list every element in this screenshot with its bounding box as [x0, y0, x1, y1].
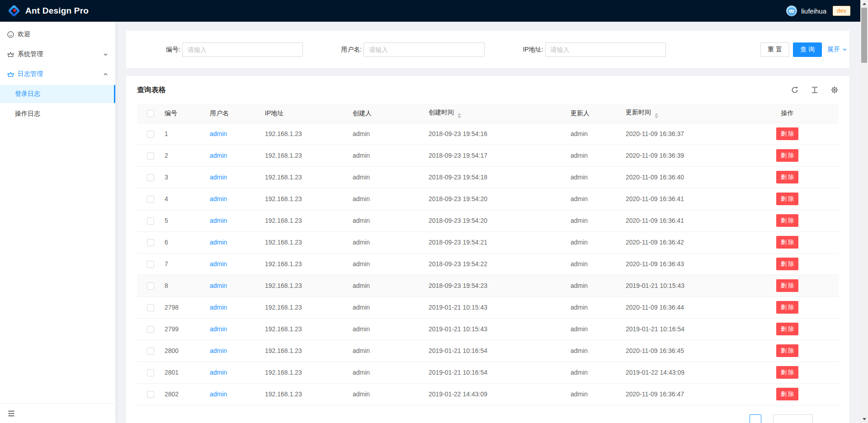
- username-link[interactable]: admin: [210, 130, 227, 137]
- username-link[interactable]: admin: [210, 369, 227, 376]
- cell-update-time: 2020-11-09 16:36:42: [622, 231, 736, 253]
- delete-button[interactable]: 删 除: [776, 279, 799, 292]
- sidebar: 欢迎 系统管理: [0, 22, 115, 423]
- cell-id: 2798: [161, 296, 206, 318]
- field-label-id: 编号:: [126, 46, 182, 54]
- username-input[interactable]: [363, 42, 484, 57]
- row-checkbox[interactable]: [147, 196, 154, 203]
- username-link[interactable]: admin: [210, 174, 227, 181]
- field-label-ip: IP地址:: [489, 46, 545, 54]
- row-checkbox[interactable]: [147, 239, 154, 246]
- page-scrollbar[interactable]: [860, 0, 868, 423]
- row-checkbox[interactable]: [147, 369, 154, 376]
- pagination-current-page[interactable]: [750, 414, 761, 423]
- row-checkbox[interactable]: [147, 261, 154, 268]
- cell-creator: admin: [349, 166, 425, 188]
- column-header-update_time[interactable]: 更新时间: [622, 104, 736, 123]
- delete-button[interactable]: 删 除: [776, 214, 799, 227]
- username-link[interactable]: admin: [210, 304, 227, 311]
- table-row: 7 admin 192.168.1.23 admin 2018-09-23 19…: [137, 253, 839, 275]
- cell-update-time: 2020-11-09 16:36:40: [622, 166, 736, 188]
- cell-create-time: 2019-01-21 10:15:43: [425, 296, 567, 318]
- row-checkbox[interactable]: [147, 326, 154, 333]
- sidebar-item-system[interactable]: 系统管理: [0, 45, 115, 63]
- cell-updater: admin: [567, 253, 622, 275]
- cell-updater: admin: [567, 166, 622, 188]
- scrollbar-thumb[interactable]: [861, 8, 867, 63]
- username-link[interactable]: admin: [210, 239, 227, 246]
- table-row: 1 admin 192.168.1.23 admin 2018-09-23 19…: [137, 123, 839, 145]
- delete-button[interactable]: 删 除: [776, 127, 799, 140]
- cell-update-time: 2020-11-09 16:36:43: [622, 253, 736, 275]
- table-row: 2 admin 192.168.1.23 admin 2018-09-23 19…: [137, 145, 839, 166]
- pagination-size-select[interactable]: [773, 414, 813, 423]
- menu-fold-icon[interactable]: [7, 409, 15, 418]
- settings-icon[interactable]: [830, 86, 839, 94]
- sidebar-item-login-log[interactable]: 登录日志: [0, 85, 115, 103]
- row-checkbox[interactable]: [147, 174, 154, 181]
- reset-button[interactable]: 重 置: [760, 42, 789, 57]
- cell-id: 3: [161, 166, 206, 188]
- sorter-icon[interactable]: [458, 113, 461, 118]
- id-input[interactable]: [182, 42, 303, 57]
- username-link[interactable]: admin: [210, 282, 227, 289]
- username-link[interactable]: admin: [210, 195, 227, 202]
- row-checkbox[interactable]: [147, 304, 154, 311]
- username-link[interactable]: admin: [210, 152, 227, 159]
- sidebar-item-label: 操作日志: [15, 110, 40, 118]
- user-name[interactable]: liufeihua: [801, 7, 826, 15]
- delete-button[interactable]: 删 除: [776, 236, 799, 249]
- row-checkbox[interactable]: [147, 282, 154, 290]
- scrollbar-up-arrow[interactable]: [860, 0, 868, 8]
- table-toolbar: 查询表格: [126, 76, 849, 104]
- sidebar-item-label: 日志管理: [18, 70, 43, 78]
- scrollbar-down-arrow[interactable]: [860, 415, 868, 423]
- search-field-username: 用户名:: [307, 42, 489, 57]
- delete-button[interactable]: 删 除: [776, 388, 799, 400]
- delete-button[interactable]: 删 除: [776, 301, 799, 314]
- username-link[interactable]: admin: [210, 390, 227, 398]
- app-title: Ant Design Pro: [25, 6, 89, 16]
- table-row: 6 admin 192.168.1.23 admin 2018-09-23 19…: [137, 231, 839, 253]
- username-link[interactable]: admin: [210, 217, 227, 224]
- query-button[interactable]: 查 询: [793, 42, 822, 57]
- ip-input[interactable]: [545, 42, 666, 57]
- column-height-icon[interactable]: [811, 86, 819, 94]
- avatar[interactable]: [786, 5, 797, 16]
- row-checkbox[interactable]: [147, 391, 154, 398]
- sidebar-item-log[interactable]: 日志管理: [0, 65, 115, 83]
- cell-updater: admin: [567, 123, 622, 145]
- username-link[interactable]: admin: [210, 347, 227, 354]
- cell-create-time: 2018-09-23 19:54:18: [425, 166, 567, 188]
- delete-button[interactable]: 删 除: [776, 258, 799, 270]
- cell-ip: 192.168.1.23: [261, 123, 349, 145]
- sorter-icon[interactable]: [655, 113, 658, 118]
- username-link[interactable]: admin: [210, 260, 227, 268]
- sidebar-item-operation-log[interactable]: 操作日志: [0, 105, 115, 123]
- username-link[interactable]: admin: [210, 325, 227, 333]
- cell-update-time: 2020-11-09 16:36:37: [622, 123, 736, 145]
- row-checkbox[interactable]: [147, 152, 154, 160]
- column-header-create_time[interactable]: 创建时间: [425, 104, 567, 123]
- row-checkbox[interactable]: [147, 348, 154, 355]
- logo[interactable]: Ant Design Pro: [7, 4, 89, 18]
- delete-button[interactable]: 删 除: [776, 149, 799, 162]
- chevron-down-icon: [103, 52, 108, 57]
- delete-button[interactable]: 删 除: [776, 344, 799, 357]
- cell-update-time: 2020-11-09 16:36:41: [622, 210, 736, 231]
- row-checkbox[interactable]: [147, 131, 154, 138]
- sidebar-item-welcome[interactable]: 欢迎: [0, 25, 115, 43]
- expand-link[interactable]: 展开: [827, 46, 847, 54]
- select-all-checkbox[interactable]: [147, 110, 154, 117]
- cell-id: 2: [161, 145, 206, 166]
- delete-button[interactable]: 删 除: [776, 171, 799, 183]
- reload-icon[interactable]: [791, 86, 799, 94]
- cell-updater: admin: [567, 145, 622, 166]
- cell-creator: admin: [349, 275, 425, 296]
- delete-button[interactable]: 删 除: [776, 366, 799, 379]
- cell-creator: admin: [349, 318, 425, 340]
- cell-ip: 192.168.1.23: [261, 210, 349, 231]
- row-checkbox[interactable]: [147, 217, 154, 225]
- delete-button[interactable]: 删 除: [776, 193, 799, 205]
- delete-button[interactable]: 删 除: [776, 323, 799, 335]
